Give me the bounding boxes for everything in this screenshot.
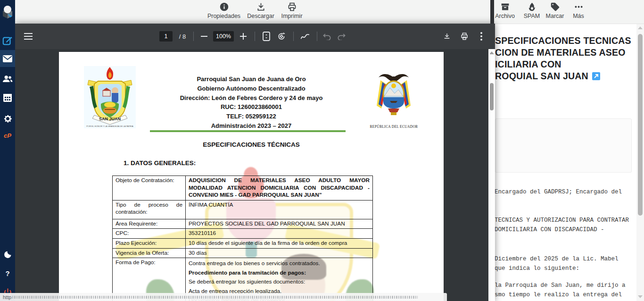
webmail-logo-icon[interactable] — [0, 2, 15, 22]
cpanel-icon[interactable]: cP — [0, 126, 15, 144]
email-scrollbar-thumb[interactable] — [638, 34, 643, 216]
ecuador-coat-of-arms — [374, 70, 413, 123]
attachment-card[interactable] — [495, 118, 632, 173]
email-body-line: smo tiempo le realizo la entrega del — [495, 292, 622, 298]
contacts-icon — [2, 75, 13, 83]
pdf-download-button[interactable] — [440, 24, 454, 49]
email-body-line: TECNICAS Y AUTORIZACION PARA CONTRATAR — [495, 217, 629, 224]
sidebar-item-calendar[interactable] — [0, 89, 15, 107]
pdf-scrollbar[interactable] — [488, 49, 495, 301]
download-label: Descargar — [247, 13, 274, 19]
pdf-more-menu-button[interactable] — [476, 24, 487, 49]
mail-icon — [3, 55, 12, 62]
table-row: Área Requirente: PROYECTOS SOCIALES DEL … — [113, 219, 373, 229]
org-phone: TELF: 052959122 — [157, 112, 346, 121]
email-body-line: que indica lo siguiente: — [495, 265, 579, 272]
seal-caption: REPÚBLICA DEL ECUADOR — [364, 125, 423, 129]
compose-button[interactable] — [0, 32, 15, 50]
email-body-line: la Parroquia de San Juan, me dirijo a — [495, 282, 626, 289]
row-value: 353210116 — [186, 229, 373, 239]
help-button[interactable]: ? — [0, 264, 15, 282]
status-url-blur — [12, 296, 418, 299]
preview-toolbar: Propiedades Descargar Imprimir Archivo S… — [15, 0, 644, 24]
rotate-button[interactable] — [275, 24, 288, 49]
section-heading: 1. DATOS GENERALES: — [124, 159, 196, 167]
svg-text:POR EL HONOR Y LA GRANDEZA DE: POR EL HONOR Y LA GRANDEZA DE LA PATRIA — [86, 125, 133, 127]
table-row: Plazo Ejecución: 10 días desde el siguie… — [113, 238, 373, 248]
undo-button — [321, 24, 334, 49]
panel-divider — [490, 0, 494, 24]
datos-generales-table: Objeto de Contratación: ADQUISICION DE M… — [112, 176, 373, 301]
crest-ribbon-text: SAN JUAN — [99, 117, 121, 121]
email-subject-text: ROQUIAL SAN JUAN — [495, 71, 588, 81]
document-header: Parroquial San Juan de Juana de Oro Gobi… — [157, 75, 346, 131]
gear-icon — [3, 114, 13, 124]
document-title: ESPECIFICACIONES TÉCNICAS — [59, 141, 444, 148]
fit-page-button[interactable] — [260, 24, 273, 49]
row-label: Plazo Ejecución: — [113, 238, 186, 248]
row-value: 10 días desde el siguiente día de la fir… — [186, 238, 373, 248]
table-row: CPC: 353210116 — [113, 229, 373, 239]
calendar-icon — [3, 93, 12, 102]
zoom-in-button[interactable] — [237, 24, 249, 49]
org-name: Parroquial San Juan de Juana de Oro — [157, 75, 346, 84]
email-body-line: Diciembre del 2025 de la Lic. Mabel — [495, 256, 619, 262]
print-label: Imprimir — [281, 13, 302, 19]
row-value: PROYECTOS SOCIALES DEL GAD PARROQUIAL SA… — [186, 219, 373, 229]
download-icon — [256, 2, 266, 12]
toolbar-separator — [317, 32, 317, 41]
header-divider — [150, 130, 346, 132]
app-sidebar: cP ? — [0, 0, 15, 301]
pdf-toolbar: 1 / 8 100% — [15, 24, 495, 49]
page-number-input[interactable]: 1 — [159, 24, 173, 49]
email-body-line: DOMICILIARIA CON DISCAPACIDAD - — [495, 226, 604, 233]
toolbar-separator — [293, 32, 294, 41]
email-scrollbar[interactable] — [636, 24, 644, 301]
status-url-text: http — [3, 294, 11, 300]
org-address: Dirección: León de Febres Cordero y 24 d… — [157, 93, 346, 103]
more-dots-icon — [574, 2, 584, 12]
row-label: Tipo de proceso de contratación: — [113, 200, 186, 219]
org-type: Gobierno Autónomo Descentralizado — [157, 84, 346, 93]
table-row: Tipo de proceso de contratación: ÍNFIMA … — [113, 200, 373, 219]
external-link-icon[interactable] — [592, 72, 600, 80]
payment-line: Contra entrega de los bienes o servicios… — [189, 259, 370, 268]
scroll-up-arrow-icon[interactable] — [638, 26, 643, 29]
page-number-value[interactable]: 1 — [159, 31, 173, 42]
dark-mode-toggle[interactable] — [0, 245, 15, 263]
payment-line: Se deberá entregar los siguientes docume… — [189, 277, 370, 287]
scroll-down-arrow-icon[interactable] — [638, 295, 643, 298]
more-button[interactable]: Más — [558, 2, 599, 19]
page-count-label: / 8 — [175, 24, 190, 49]
zoom-out-button[interactable] — [198, 24, 210, 49]
toolbar-separator — [255, 32, 255, 41]
sidebar-item-contacts[interactable] — [0, 70, 15, 88]
zoom-level-value[interactable]: 100% — [213, 31, 234, 42]
table-row: Vigencia de la Oferta: 30 días — [113, 248, 373, 258]
print-button[interactable]: Imprimir — [272, 2, 312, 19]
pdf-preview-overlay: 1 / 8 100% — [15, 24, 495, 301]
sidebar-item-settings[interactable] — [0, 109, 15, 127]
row-value: ÍNFIMA CUANTÍA — [186, 200, 373, 219]
email-subject-line: ROQUIAL SAN JUAN — [495, 71, 600, 82]
menu-hamburger-icon[interactable] — [22, 24, 35, 49]
email-subject-line: ICILIARIA CON — [495, 59, 561, 70]
zoom-level-input[interactable]: 100% — [213, 24, 234, 49]
properties-button[interactable]: Propiedades — [204, 2, 244, 19]
more-label: Más — [573, 13, 584, 19]
email-reading-pane: SPECIFICACIONES TECNICAS CION DE MATERIA… — [493, 24, 644, 301]
row-value: 30 días — [186, 248, 373, 258]
sidebar-item-mail[interactable] — [0, 50, 15, 67]
info-icon — [219, 2, 229, 12]
status-url-bar: http — [0, 293, 447, 301]
table-row: Objeto de Contratación: ADQUISICION DE M… — [113, 176, 373, 201]
properties-label: Propiedades — [207, 13, 240, 19]
payment-line: Procedimiento para la tramitación de pag… — [189, 268, 370, 278]
email-subject-line: CION DE MATERIALES ASEO — [495, 47, 626, 58]
pdf-print-button[interactable] — [458, 24, 471, 49]
org-ruc: RUC: 1260023860001 — [157, 102, 346, 112]
annotate-pen-button[interactable] — [298, 24, 312, 49]
pdf-page: SAN JUAN POR EL HONOR Y LA GRANDEZA DE L… — [59, 52, 444, 301]
pdf-scrollbar-thumb[interactable] — [490, 83, 494, 110]
scroll-up-arrow-icon[interactable] — [489, 51, 494, 54]
